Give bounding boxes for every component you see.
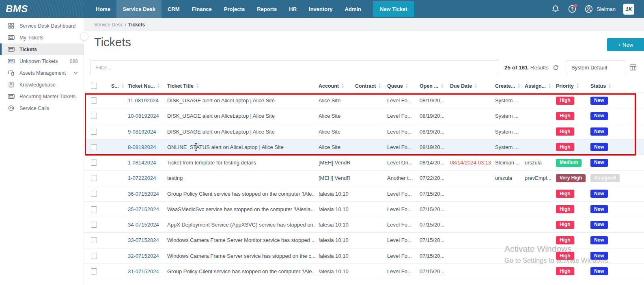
sidebar-collapse-button[interactable] [80,32,88,41]
sort-icon[interactable] [548,84,551,88]
row-checkbox[interactable] [91,144,97,150]
column-header-s[interactable]: S... [108,83,125,89]
sort-icon[interactable] [441,84,444,88]
column-header-create[interactable]: Create... [492,83,521,89]
row-checkbox[interactable] [91,129,97,135]
column-header-account[interactable]: Account [315,83,352,89]
ticket-number[interactable]: 36-07152024 [125,191,164,197]
column-settings-icon[interactable] [629,64,637,71]
help-icon[interactable]: ? [568,4,577,13]
refresh-icon[interactable] [553,65,559,71]
table-row[interactable]: 1-07222024 testing [MEH] VendR Another t… [84,171,644,186]
row-checkbox[interactable] [91,222,97,228]
sort-icon[interactable] [608,84,612,88]
nav-item-home[interactable]: Home [90,0,116,18]
table-row[interactable]: 8-08192024 ONLINE_STATUS alert on AliceL… [84,140,644,155]
ticket-number[interactable]: 33-07152024 [125,237,164,243]
column-header-assign[interactable]: Assign... [521,83,553,89]
sidebar-item-recurring-master-tickets[interactable]: Recurring Master Tickets [0,91,84,102]
nav-item-crm[interactable]: CRM [162,0,186,18]
ticket-number[interactable]: 32-07152024 [125,253,164,259]
sort-icon[interactable] [576,84,579,88]
ticket-title[interactable]: DISK_USAGE alert on AliceLaptop | Alice … [164,129,315,135]
row-checkbox[interactable] [91,253,97,259]
nav-item-inventory[interactable]: Inventory [303,0,339,18]
sidebar-item-tickets[interactable]: Tickets [0,43,84,55]
ticket-title[interactable]: WaaSMedicSvc service has stopped on the … [164,206,315,212]
table-row[interactable]: 34-07152024 AppX Deployment Service (App… [84,217,644,233]
table-row[interactable]: 36-07152024 Group Policy Client service … [84,186,644,202]
sidebar-item-knowledgebase[interactable]: Knowledgebase [0,79,84,91]
table-row[interactable]: 9-08192024 DISK_USAGE alert on AliceLapt… [84,124,644,140]
ticket-number[interactable]: 35-07152024 [125,206,164,212]
new-ticket-button[interactable]: New Ticket [373,1,414,17]
ticket-title[interactable]: DISK_USAGE alert on AliceLaptop | Alice … [164,97,315,104]
row-checkbox[interactable] [91,160,97,166]
column-header-due-date[interactable]: Due Date [447,83,492,89]
sort-icon[interactable] [378,84,381,88]
row-checkbox[interactable] [91,113,97,119]
ticket-number[interactable]: 11-08192024 [125,97,164,104]
nav-item-service-desk[interactable]: Service Desk [116,0,162,18]
select-all-checkbox[interactable] [91,83,97,89]
column-header-contract[interactable]: Contract [352,83,384,89]
column-header-status[interactable]: Status [587,83,644,89]
sidebar-item-unknown-tickets[interactable]: Unknown Tickets 888 [0,55,84,67]
view-selector-dropdown[interactable]: System Default [567,60,625,74]
row-checkbox[interactable] [91,97,97,104]
notifications-bell-icon[interactable] [551,4,560,13]
table-row[interactable]: 11-08192024 DISK_USAGE alert on AliceLap… [84,93,644,108]
sidebar-item-service-desk-dashboard[interactable]: Service Desk Dashboard [0,20,84,32]
ticket-title[interactable]: Group Policy Client service has stopped … [164,268,315,274]
column-header-queue[interactable]: Queue [384,83,416,89]
table-row[interactable]: 10-08192024 DISK_USAGE alert on AliceLap… [84,108,644,124]
nav-item-hr[interactable]: HR [283,0,303,18]
ticket-title[interactable]: DISK_USAGE alert on AliceLaptop | Alice … [164,113,315,119]
row-checkbox[interactable] [91,191,97,197]
sidebar-item-assets-management[interactable]: Assets Management [0,67,84,79]
sort-icon[interactable] [196,84,199,88]
sort-icon[interactable] [121,84,125,88]
filter-input[interactable] [90,60,498,74]
column-header-open[interactable]: Open ... [416,83,447,89]
ticket-title[interactable]: ONLINE_STATUS alert on AliceLaptop | Ali… [164,144,315,150]
column-header-ticket-nu[interactable]: Ticket Nu... [125,83,164,89]
table-row[interactable]: 32-07152024 Windows Camera Frame Server … [84,248,644,264]
sort-icon[interactable] [157,84,160,88]
ticket-title[interactable]: Group Policy Client service has stopped … [164,191,315,197]
nav-item-finance[interactable]: Finance [186,0,218,18]
column-header-ticket-title[interactable]: Ticket Title [164,83,315,89]
sort-icon[interactable] [517,84,521,88]
ticket-number[interactable]: 1-08142024 [125,160,164,166]
sort-icon[interactable] [341,84,345,88]
ticket-title[interactable]: Windows Camera Frame Server service has … [164,253,315,259]
breadcrumb-parent[interactable]: Service Desk [94,22,123,28]
row-checkbox[interactable] [91,268,97,274]
ticket-number[interactable]: 9-08192024 [125,129,164,135]
kaseya-icon[interactable]: 1K [623,4,634,15]
user-menu[interactable]: Sleiman [584,4,616,13]
row-checkbox[interactable] [91,175,97,181]
row-checkbox[interactable] [91,206,97,212]
app-logo[interactable]: BMS [0,0,84,18]
ticket-number[interactable]: 1-07222024 [125,175,164,181]
table-row[interactable]: 33-07152024 Windows Camera Frame Server … [84,233,644,248]
table-row[interactable]: 1-08142024 Ticket from template for test… [84,155,644,171]
nav-item-admin[interactable]: Admin [339,0,367,18]
sort-icon[interactable] [474,84,478,88]
new-button[interactable]: + New [607,38,644,51]
sidebar-item-my-tickets[interactable]: My Tickets [0,32,84,43]
ticket-number[interactable]: 8-08192024 [125,144,164,150]
ticket-title[interactable]: testing [164,175,315,181]
row-checkbox[interactable] [91,237,97,243]
nav-item-projects[interactable]: Projects [218,0,251,18]
sidebar-item-service-calls[interactable]: Service Calls [0,102,84,114]
table-row[interactable]: 31-07152024 Group Policy Client service … [84,264,644,279]
ticket-title[interactable]: AppX Deployment Service (AppXSVC) servic… [164,222,315,228]
nav-item-reports[interactable]: Reports [251,0,283,18]
ticket-title[interactable]: Windows Camera Frame Server Monitor serv… [164,237,315,243]
sort-icon[interactable] [405,84,409,88]
ticket-title[interactable]: Ticket from template for testing details [164,160,315,166]
ticket-number[interactable]: 34-07152024 [125,222,164,228]
ticket-number[interactable]: 31-07152024 [125,268,164,274]
